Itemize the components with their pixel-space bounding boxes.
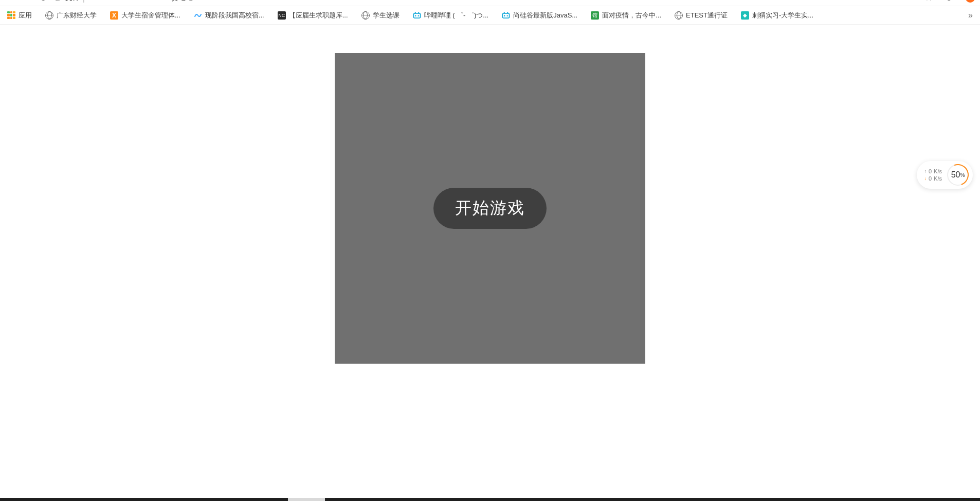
bookmark-label: ETEST通行证 [686,11,728,20]
x-icon: X [110,11,118,20]
bookmark-item-2[interactable]: 现阶段我国高校宿... [194,11,264,20]
extension-icon[interactable] [966,0,975,3]
bilibili-icon [502,11,510,20]
download-unit: K/s [934,175,942,182]
globe-icon [361,11,370,20]
bookmark-bar: 应用 广东财经大学 X 大学生宿舍管理体... 现阶段我国高校宿... NC 【… [0,6,980,25]
green-icon: 馆 [591,11,599,20]
bookmark-overflow-icon[interactable]: » [968,11,973,20]
apps-label: 应用 [19,11,32,20]
apps-shortcut[interactable]: 应用 [7,11,32,20]
upload-value: 0 [929,168,932,174]
bookmark-item-7[interactable]: 馆 面对疫情，古今中... [591,11,661,20]
wing-icon [194,11,202,20]
page-content: 开始游戏 ↑ 0 K/s ↓ 0 K/s 50% [0,25,980,501]
bookmark-label: 学生选课 [373,11,400,20]
bookmark-item-8[interactable]: ETEST通行证 [675,11,728,20]
bookmark-label: 【应届生求职题库... [289,11,348,20]
taskbar [0,498,980,501]
bookmark-label: 尚硅谷最新版JavaS... [513,11,577,20]
browser-address-bar: ← → ↻ ⓘ 文件 | D:/Sublime%20Text%203/贪吃蛇/s… [0,0,980,6]
bookmark-item-4[interactable]: 学生选课 [361,11,400,20]
back-icon[interactable]: ← [5,0,12,3]
bookmark-item-0[interactable]: 广东财经大学 [45,11,97,20]
file-scheme-icon: ⓘ [54,0,61,3]
speed-percent: 50 [951,170,960,180]
globe-icon [675,11,683,20]
arrow-down-icon: ↓ [924,176,927,181]
bookmark-label: 面对疫情，古今中... [602,11,661,20]
bookmark-item-3[interactable]: NC 【应届生求职题库... [278,11,348,20]
bookmark-item-1[interactable]: X 大学生宿舍管理体... [110,11,180,20]
game-canvas: 开始游戏 [335,53,645,364]
nav-controls: ← → ↻ [5,0,46,3]
upload-row: ↑ 0 K/s [924,168,942,174]
arrow-up-icon: ↑ [924,169,927,174]
bookmark-label: 大学生宿舍管理体... [121,11,180,20]
svg-rect-0 [413,13,420,18]
address-text-prefix: 文件 [65,0,80,3]
star-icon[interactable]: ☆ [925,0,932,3]
bookmark-label: 刺猬实习-大学生实... [752,11,813,20]
bookmark-label: 现阶段我国高校宿... [205,11,264,20]
bookmark-label: 哔哩哔哩 ( ゜- ゜)つ... [424,11,489,20]
taskbar-active-hint [288,498,325,501]
bookmark-item-9[interactable]: ◆ 刺猬实习-大学生实... [741,11,813,20]
forward-icon[interactable]: → [23,0,30,3]
bookmark-label: 广东财经大学 [57,11,97,20]
network-speed-widget[interactable]: ↑ 0 K/s ↓ 0 K/s 50% [917,161,973,189]
apps-icon [7,11,15,20]
download-row: ↓ 0 K/s [924,175,942,182]
download-value: 0 [929,175,932,182]
profile-icon[interactable]: ☻ [945,0,953,3]
upload-unit: K/s [934,168,942,174]
address-url[interactable]: D:/Sublime%20Text%203/贪吃蛇/snake.html [88,0,229,3]
teal-icon: ◆ [741,11,749,20]
bilibili-icon [413,11,421,20]
speed-percent-circle: 50% [947,164,969,186]
globe-icon [45,11,53,20]
svg-rect-5 [503,13,510,18]
address-separator: | [83,0,85,3]
reload-icon[interactable]: ↻ [40,0,46,3]
speed-percent-suffix: % [960,172,965,178]
address-bar-right: ☆ ☻ [925,0,975,3]
start-game-button[interactable]: 开始游戏 [433,188,547,229]
bookmark-item-5[interactable]: 哔哩哔哩 ( ゜- ゜)つ... [413,11,489,20]
speed-stats: ↑ 0 K/s ↓ 0 K/s [924,168,942,182]
bookmark-item-6[interactable]: 尚硅谷最新版JavaS... [502,11,577,20]
dark-icon: NC [278,11,286,20]
